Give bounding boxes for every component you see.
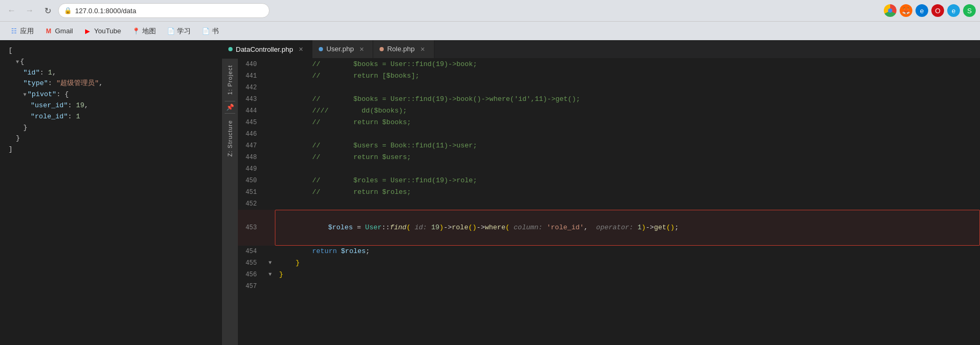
study-icon: 📄 xyxy=(167,27,175,35)
forward-button[interactable]: → xyxy=(22,3,37,18)
bookmark-study[interactable]: 📄 学习 xyxy=(162,25,195,38)
line-content-440: // $books = User::find(19)->book; xyxy=(275,59,980,70)
json-line-5: "user_id": 19, xyxy=(0,100,222,111)
line-gutter-450 xyxy=(265,175,275,187)
line-number-442: 442 xyxy=(238,82,265,94)
strip-pin[interactable]: 📌 xyxy=(226,104,234,111)
extra-label: 书 xyxy=(212,26,219,36)
tab-close-user[interactable]: × xyxy=(357,44,366,54)
bookmark-maps[interactable]: 📍 地图 xyxy=(127,25,160,38)
code-line-456: 456 ▼ } xyxy=(238,269,980,281)
bookmark-apps[interactable]: ☷ 应用 xyxy=(5,25,38,38)
ext-icon-firefox[interactable]: 🦊 xyxy=(900,4,912,17)
line-gutter-451 xyxy=(265,187,275,198)
apps-label: 应用 xyxy=(20,26,34,36)
json-panel[interactable]: [ ▼{ "id": 1, "type": "超级管理员", ▼"pivot":… xyxy=(0,40,222,345)
bookmark-youtube[interactable]: ▶ YouTube xyxy=(79,25,125,37)
line-number-446: 446 xyxy=(238,128,265,140)
extra-icon: 📄 xyxy=(201,27,210,35)
line-content-444: //// dd($books); xyxy=(275,105,980,117)
bookmark-extra[interactable]: 📄 书 xyxy=(197,25,223,38)
line-number-454: 454 xyxy=(238,246,265,257)
line-number-450: 450 xyxy=(238,175,265,187)
json-line-8: } xyxy=(0,133,222,144)
tab-data-controller[interactable]: DataController.php × xyxy=(222,40,312,58)
json-line-9: ] xyxy=(0,144,222,155)
code-line-452: 452 xyxy=(238,198,980,210)
line-gutter-440 xyxy=(265,59,275,70)
line-number-453: 453 xyxy=(238,210,265,246)
ext-icon-ie[interactable]: e xyxy=(947,4,960,17)
line-number-456: 456 xyxy=(238,269,265,281)
line-gutter-449 xyxy=(265,163,275,175)
line-content-450: // $roles = User::find(19)->role; xyxy=(275,175,980,187)
line-gutter-441 xyxy=(265,70,275,82)
study-label: 学习 xyxy=(177,26,191,36)
tab-dot-orange xyxy=(380,47,384,51)
tab-user[interactable]: User.php × xyxy=(312,40,373,58)
browser-chrome: ← → ↻ 🔒 127.0.0.1:8000/data 🦊 e O e S xyxy=(0,0,980,21)
line-gutter-457 xyxy=(265,281,275,292)
structure-label[interactable]: Z: Structure xyxy=(227,116,233,161)
code-line-441: 441 // return [$books]; xyxy=(238,70,980,82)
code-line-455: 455 ▼ } xyxy=(238,257,980,269)
line-content-455: } xyxy=(275,257,980,269)
line-content-457 xyxy=(275,281,980,292)
extension-icons: 🦊 e O e S xyxy=(884,4,976,17)
ide-tabs: DataController.php × User.php × Role.php… xyxy=(222,40,980,59)
tab-close-data-controller[interactable]: × xyxy=(296,44,306,54)
code-line-453: 453 $roles = User::find( id: 19)->role()… xyxy=(238,210,980,246)
code-line-442: 442 xyxy=(238,82,980,94)
lock-icon: 🔒 xyxy=(64,7,72,14)
line-content-453: $roles = User::find( id: 19)->role()->wh… xyxy=(275,210,980,246)
project-label[interactable]: 1: Project xyxy=(227,61,233,99)
code-line-457: 457 xyxy=(238,281,980,292)
tab-label-role: Role.php xyxy=(387,45,414,53)
bookmark-gmail[interactable]: M Gmail xyxy=(40,25,77,37)
project-strip: 1: Project 📌 Z: Structure xyxy=(222,59,238,345)
code-editor[interactable]: 440 // $books = User::find(19)->book; 44… xyxy=(238,59,980,345)
code-line-447: 447 // $users = Book::find(11)->user; xyxy=(238,140,980,152)
line-content-449 xyxy=(275,163,980,175)
strip-divider xyxy=(225,101,235,101)
line-number-440: 440 xyxy=(238,59,265,70)
tab-role[interactable]: Role.php × xyxy=(373,40,434,58)
line-content-448: // return $users; xyxy=(275,152,980,163)
tab-dot-green xyxy=(228,47,233,51)
line-number-445: 445 xyxy=(238,117,265,128)
line-gutter-442 xyxy=(265,82,275,94)
line-gutter-443 xyxy=(265,94,275,105)
line-number-447: 447 xyxy=(238,140,265,152)
line-content-454: return $roles; xyxy=(275,246,980,257)
line-gutter-445 xyxy=(265,117,275,128)
tab-close-role[interactable]: × xyxy=(418,44,428,54)
address-bar[interactable]: 🔒 127.0.0.1:8000/data xyxy=(58,3,270,18)
tab-dot-blue xyxy=(319,47,323,51)
line-content-446 xyxy=(275,128,980,140)
json-line-3: "type": "超级管理员", xyxy=(0,78,222,89)
maps-label: 地图 xyxy=(142,26,156,36)
line-number-457: 457 xyxy=(238,281,265,292)
line-number-449: 449 xyxy=(238,163,265,175)
main-content: [ ▼{ "id": 1, "type": "超级管理员", ▼"pivot":… xyxy=(0,40,980,345)
ext-icon-blue[interactable]: S xyxy=(963,4,976,17)
line-content-445: // return $books; xyxy=(275,117,980,128)
ext-icon-chrome[interactable] xyxy=(884,4,896,17)
json-line-6: "role_id": 1 xyxy=(0,111,222,123)
line-number-441: 441 xyxy=(238,70,265,82)
line-content-447: // $users = Book::find(11)->user; xyxy=(275,140,980,152)
line-gutter-452 xyxy=(265,198,275,210)
ext-icon-opera[interactable]: O xyxy=(931,4,944,17)
ext-icon-edge[interactable]: e xyxy=(916,4,928,17)
gmail-icon: M xyxy=(44,27,53,35)
apps-icon: ☷ xyxy=(10,27,18,35)
code-line-450: 450 // $roles = User::find(19)->role; xyxy=(238,175,980,187)
line-number-444: 444 xyxy=(238,105,265,117)
line-number-455: 455 xyxy=(238,257,265,269)
line-number-451: 451 xyxy=(238,187,265,198)
line-gutter-447 xyxy=(265,140,275,152)
json-line-1: ▼{ xyxy=(0,57,222,68)
json-line-0: [ xyxy=(0,45,222,57)
back-button[interactable]: ← xyxy=(4,3,19,18)
reload-button[interactable]: ↻ xyxy=(40,3,55,18)
